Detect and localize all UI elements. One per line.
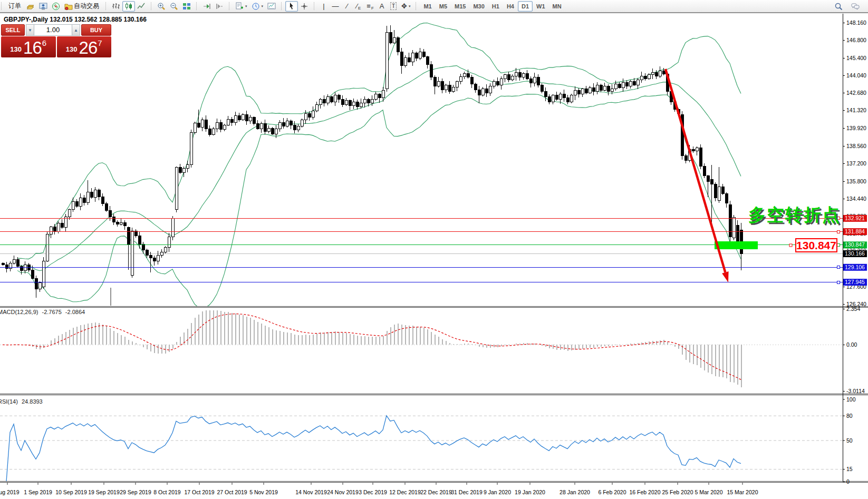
rsi-axis: 1008050150 [0,396,856,485]
timeframe-m30-button[interactable]: M30 [469,1,488,12]
zoom-out-icon[interactable] [168,1,180,12]
trendline-icon[interactable]: ∕ [341,1,353,12]
timeframe-mn-button[interactable]: MN [549,1,565,12]
buy-button[interactable]: BUY [81,24,111,36]
timeframe-h1-button[interactable]: H1 [488,1,503,12]
timeframe-h4-button[interactable]: H4 [503,1,518,12]
toolbar-right [832,1,868,12]
timeframe-m5-button[interactable]: M5 [436,1,451,12]
svg-text:144.040: 144.040 [846,72,866,79]
toolbar-grip[interactable] [1,2,3,10]
toolbar-grip[interactable] [281,2,283,10]
sell-price-button[interactable]: 130 16 6 [1,36,56,57]
rsi-panel [6,416,741,482]
cursor-icon[interactable] [285,1,298,12]
candle-chart-icon[interactable] [122,1,135,12]
chart-shift-icon[interactable] [213,1,226,12]
buy-price-button[interactable]: 130 26 7 [57,36,112,57]
label-tool-icon[interactable]: T [388,1,399,12]
svg-text:19 Jan 2020: 19 Jan 2020 [515,489,545,495]
svg-text:80: 80 [846,413,853,419]
timeframe-m15-button[interactable]: M15 [451,1,469,12]
rsi-value: 24.8393 [22,398,43,405]
price-chart-canvas[interactable]: 148.160146.800145.400144.040142.680141.3… [0,0,868,499]
tile-windows-icon[interactable] [180,1,193,12]
trading-group: 订单自动交易 [0,0,104,12]
svg-text:25 Feb 2020: 25 Feb 2020 [662,489,693,495]
new-order-icon[interactable]: ▾ [233,1,249,12]
toolbar-grip[interactable] [151,2,153,10]
svg-text:19 Sep 2019: 19 Sep 2019 [88,489,120,495]
svg-text:100: 100 [846,396,856,403]
svg-text:141.320: 141.320 [846,107,866,113]
auto-scroll-icon[interactable] [200,1,213,12]
svg-text:8 Oct 2019: 8 Oct 2019 [153,489,181,495]
cursor-group [280,0,313,12]
crosshair-icon[interactable] [298,1,311,12]
svg-text:28 Jan 2020: 28 Jan 2020 [560,489,590,495]
svg-text:5 Nov 2019: 5 Nov 2019 [249,489,278,495]
svg-text:Aug 2019: Aug 2019 [0,489,20,495]
toolbar-grip[interactable] [196,2,198,10]
svg-text:15 Mar 2020: 15 Mar 2020 [727,489,758,495]
sell-button[interactable]: SELL [1,24,25,36]
rsi-name: RSI(14) [0,398,18,405]
svg-text:17 Oct 2019: 17 Oct 2019 [184,489,214,495]
svg-text:135.800: 135.800 [846,178,866,184]
svg-text:139.920: 139.920 [846,125,866,131]
date-axis: Aug 20191 Sep 201910 Sep 201919 Sep 2019… [0,483,758,495]
volume-stepper: ▼ 1.00 ▲ [26,24,80,36]
toolbar: 订单自动交易▾▾|—∕∕E≡FAT✥▾M1M5M15M30H1H4D1W1MN [0,0,868,13]
svg-text:131.884: 131.884 [845,228,865,234]
text-tool-icon[interactable]: A [376,1,388,12]
gold-bars-icon[interactable] [24,1,37,12]
callout-marker [789,244,792,247]
signal-icon[interactable] [50,1,62,12]
arrows-tool-icon[interactable]: ✥▾ [399,1,412,12]
timeframe-clock-icon[interactable]: ▾ [249,1,266,12]
line-chart-icon[interactable] [135,1,148,12]
volume-input[interactable]: 1.00 [34,24,72,36]
mt4-terminal-window: 148.160146.800145.400144.040142.680141.3… [0,0,868,499]
vertical-line-icon[interactable]: | [318,1,330,12]
indicators-icon[interactable] [265,1,278,12]
svg-text:16 Feb 2020: 16 Feb 2020 [630,489,661,495]
horizontal-line-icon[interactable]: — [330,1,341,12]
timeframe-d1-button[interactable]: D1 [518,1,533,12]
macd-signal-line [3,314,741,380]
bar-chart-icon[interactable] [110,1,122,12]
toolbar-grip[interactable] [314,2,316,10]
zoom-group [150,0,195,12]
profile-icon[interactable] [37,1,50,12]
chart-annotation-text[interactable]: 多空转折点 [748,203,841,227]
search-icon[interactable] [832,1,845,12]
horizontal-level-lines[interactable] [0,217,843,283]
svg-text:31 Dec 2019: 31 Dec 2019 [451,489,483,495]
svg-text:-3.0114: -3.0114 [846,388,865,394]
svg-text:0.00: 0.00 [846,341,857,348]
chart-title: GBPJPY-,Daily 132.015 132.562 128.885 13… [4,16,147,23]
timeframe-m1-button[interactable]: M1 [420,1,435,12]
svg-text:27 Oct 2019: 27 Oct 2019 [217,489,247,495]
timeframe-w1-button[interactable]: W1 [533,1,549,12]
toolbar-grip[interactable] [105,2,108,10]
svg-text:148.160: 148.160 [846,19,866,26]
svg-text:9 Jan 2020: 9 Jan 2020 [484,489,511,495]
svg-text:0: 0 [846,478,850,485]
svg-text:142.680: 142.680 [846,90,866,96]
buy-big-figure: 130 [66,45,78,53]
channel-icon[interactable]: ∕E [353,1,364,12]
macd-signal-value: -2.0864 [65,309,85,315]
toolbar-grip[interactable] [416,2,418,10]
volume-increase-button[interactable]: ▲ [72,24,80,36]
order-button[interactable]: 订单 [5,1,24,12]
price-callout-label[interactable]: 130.847 [795,238,837,252]
rsi-indicator-label: RSI(14) 24.8393 [0,398,45,405]
auto-trading-button[interactable]: 自动交易 [62,1,102,12]
chat-icon[interactable] [849,1,862,12]
volume-decrease-button[interactable]: ▼ [26,24,34,36]
highlight-zone-box[interactable] [715,241,758,249]
fibonacci-icon[interactable]: ≡F [364,1,376,12]
toolbar-grip[interactable] [229,2,231,10]
zoom-in-icon[interactable] [155,1,168,12]
